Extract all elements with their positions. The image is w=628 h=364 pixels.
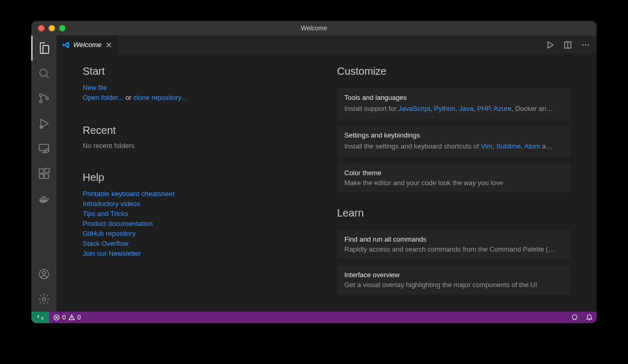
problems-button[interactable]: 0 0 — [49, 312, 84, 323]
close-icon[interactable] — [105, 41, 113, 49]
close-window-button[interactable] — [38, 25, 44, 31]
tab-welcome[interactable]: Welcome — [57, 36, 118, 54]
svg-point-13 — [42, 298, 46, 301]
card-desc: Install the settings and keyboard shortc… — [344, 141, 563, 151]
svg-point-16 — [585, 44, 586, 45]
remote-button[interactable] — [31, 312, 49, 323]
titlebar[interactable]: Welcome — [31, 21, 597, 36]
status-bar: 0 0 — [31, 312, 597, 323]
recent-heading: Recent — [83, 124, 316, 136]
docker-icon[interactable] — [31, 186, 57, 211]
svg-point-0 — [40, 69, 47, 76]
color-theme-card[interactable]: Color theme Make the editor and your cod… — [337, 163, 570, 192]
help-cheatsheet-link[interactable]: Printable keyboard cheatsheet — [83, 190, 175, 198]
help-docs-link[interactable]: Product documentation — [83, 220, 153, 228]
help-github-link[interactable]: GitHub repository — [83, 230, 136, 237]
keymap-atom[interactable]: Atom — [524, 142, 540, 150]
help-section: Help Printable keyboard cheatsheet Intro… — [83, 172, 316, 258]
activity-bar — [31, 36, 57, 312]
svg-rect-9 — [44, 174, 49, 178]
svg-rect-10 — [45, 168, 49, 173]
tools-languages-card[interactable]: Tools and languages Install support for … — [337, 88, 570, 119]
accounts-icon[interactable] — [31, 261, 57, 287]
learn-section: Learn — [337, 207, 570, 219]
start-heading: Start — [83, 65, 316, 77]
svg-rect-7 — [39, 169, 43, 173]
recent-section: Recent No recent folders — [83, 124, 316, 150]
help-stackoverflow-link[interactable]: Stack Overflow — [83, 240, 128, 247]
card-title: Tools and languages — [344, 94, 563, 101]
svg-rect-8 — [39, 174, 43, 178]
card-desc: Install support for JavaScript, Python, … — [344, 104, 563, 113]
interface-overview-card[interactable]: Interface overview Get a visual overlay … — [337, 265, 570, 294]
open-folder-link[interactable]: Open folder... — [83, 94, 124, 101]
search-icon[interactable] — [31, 61, 57, 86]
window-controls — [38, 25, 65, 31]
recent-empty: No recent folders — [83, 142, 316, 150]
notifications-icon[interactable] — [582, 312, 597, 323]
help-heading: Help — [83, 172, 316, 184]
error-count: 0 — [62, 314, 66, 321]
tab-label: Welcome — [73, 41, 102, 49]
settings-gear-icon[interactable] — [31, 287, 57, 312]
svg-point-3 — [46, 97, 49, 100]
new-file-link[interactable]: New file — [83, 84, 107, 92]
editor-area: Welcome Start New file — [57, 36, 597, 312]
welcome-content: Start New file Open folder... or clone r… — [57, 54, 597, 312]
card-desc: Rapidly access and search commands from … — [344, 245, 563, 253]
svg-point-1 — [40, 94, 42, 97]
maximize-window-button[interactable] — [59, 25, 65, 31]
help-tips-link[interactable]: Tips and Tricks — [83, 210, 128, 218]
feedback-icon[interactable] — [567, 312, 582, 323]
source-control-icon[interactable] — [31, 86, 57, 111]
card-title: Color theme — [344, 169, 563, 177]
lang-php[interactable]: PHP — [477, 105, 490, 112]
svg-rect-5 — [39, 144, 49, 151]
keymap-vim[interactable]: Vim — [481, 142, 492, 150]
warning-count: 0 — [77, 314, 81, 321]
svg-point-12 — [42, 271, 46, 275]
svg-point-19 — [573, 315, 577, 320]
keymap-sublime[interactable]: Sublime — [496, 142, 521, 150]
clone-repository-link[interactable]: clone repository... — [133, 94, 187, 101]
or-text: or — [124, 94, 133, 101]
card-desc: Get a visual overlay highlighting the ma… — [344, 281, 563, 289]
svg-point-17 — [588, 44, 589, 45]
window-title: Welcome — [301, 25, 327, 32]
customize-heading: Customize — [337, 65, 570, 77]
more-actions-icon[interactable] — [581, 40, 590, 50]
settings-keybindings-card[interactable]: Settings and keybindings Install the set… — [337, 126, 570, 157]
tab-bar: Welcome — [57, 36, 597, 54]
card-title: Settings and keybindings — [344, 131, 563, 139]
vscode-window: Welcome — [31, 21, 597, 323]
explorer-icon[interactable] — [31, 36, 57, 61]
help-newsletter-link[interactable]: Join our Newsletter — [83, 249, 141, 257]
lang-python[interactable]: Python — [434, 105, 455, 112]
help-videos-link[interactable]: Introductory videos — [83, 200, 140, 208]
svg-point-2 — [40, 100, 42, 103]
start-section: Start New file Open folder... or clone r… — [83, 65, 316, 103]
extensions-icon[interactable] — [31, 161, 57, 186]
find-commands-card[interactable]: Find and run all commands Rapidly access… — [337, 230, 570, 259]
window-body: Welcome Start New file — [31, 36, 597, 312]
lang-azure[interactable]: Azure — [494, 105, 511, 112]
run-debug-icon[interactable] — [31, 111, 57, 136]
customize-section: Customize — [337, 65, 570, 77]
card-title: Interface overview — [344, 271, 563, 279]
card-title: Find and run all commands — [344, 235, 563, 243]
minimize-window-button[interactable] — [49, 25, 55, 31]
svg-point-15 — [582, 44, 584, 45]
run-icon[interactable] — [545, 40, 555, 50]
vscode-icon — [62, 41, 70, 49]
lang-java[interactable]: Java — [459, 105, 473, 112]
lang-javascript[interactable]: JavaScript — [398, 105, 430, 112]
split-editor-icon[interactable] — [563, 40, 573, 50]
card-desc: Make the editor and your code look the w… — [344, 179, 563, 187]
remote-explorer-icon[interactable] — [31, 136, 57, 161]
learn-heading: Learn — [337, 207, 570, 219]
